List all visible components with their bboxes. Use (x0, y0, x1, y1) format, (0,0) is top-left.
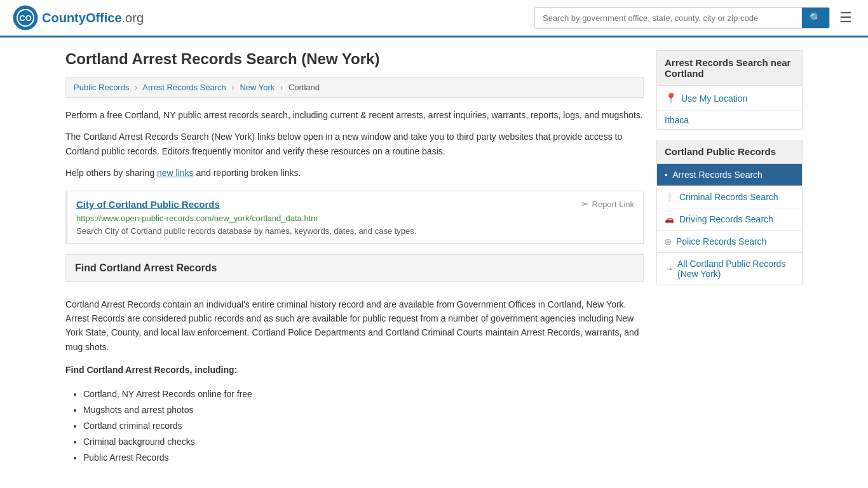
desc-para2: The Cortland Arrest Records Search (New … (65, 130, 644, 158)
record-card: City of Cortland Public Records ✂ Report… (65, 191, 644, 244)
desc-para3-before: Help others by sharing (65, 168, 157, 178)
report-link-label: Report Link (592, 200, 634, 209)
record-card-desc: Search City of Cortland public records d… (76, 226, 634, 236)
find-section-list-header: Find Cortland Arrest Records, including: (65, 363, 644, 377)
breadcrumb-sep3: › (280, 83, 283, 92)
sidebar-section2-title: Cortland Public Records (656, 140, 803, 164)
breadcrumb: Public Records › Arrest Records Search ›… (65, 77, 644, 98)
breadcrumb-new-york[interactable]: New York (240, 83, 275, 92)
svg-text:CO: CO (19, 13, 32, 23)
driving-records-icon: 🚗 (665, 215, 674, 224)
logo[interactable]: CO CountyOffice.org (13, 5, 144, 30)
desc-para3: Help others by sharing new links and rep… (65, 166, 644, 180)
scissors-icon: ✂ (581, 199, 589, 209)
sidebar: Arrest Records Search near Cortland 📍 Us… (656, 50, 803, 466)
logo-icon: CO (13, 5, 38, 30)
desc-para3-after: and reporting broken links. (194, 168, 301, 178)
arrest-records-icon: ▪ (665, 170, 667, 179)
sidebar-item-driving-label: Driving Records Search (679, 214, 773, 224)
logo-wordmark: CountyOffice.org (42, 11, 144, 25)
desc-para1: Perform a free Cortland, NY public arres… (65, 108, 644, 122)
content-area: Cortland Arrest Records Search (New York… (65, 50, 644, 466)
arrow-right-icon: → (665, 264, 674, 274)
breadcrumb-arrest-records[interactable]: Arrest Records Search (142, 83, 226, 92)
header-right: 🔍 ☰ (534, 6, 855, 29)
report-link-button[interactable]: ✂ Report Link (581, 199, 634, 209)
find-section-para: Cortland Arrest Records contain an indiv… (65, 297, 644, 355)
find-section-list: Cortland, NY Arrest Records online for f… (83, 386, 644, 466)
sidebar-item-police-label: Police Records Search (676, 236, 766, 247)
new-links-link[interactable]: new links (157, 168, 194, 178)
search-bar: 🔍 (534, 7, 830, 29)
breadcrumb-sep2: › (231, 83, 234, 92)
main-container: Cortland Arrest Records Search (New York… (53, 37, 815, 478)
sidebar-item-arrest-records[interactable]: ▪ Arrest Records Search (657, 164, 802, 186)
find-section-header: Find Cortland Arrest Records (65, 254, 644, 282)
breadcrumb-sep1: › (135, 83, 137, 92)
page-title: Cortland Arrest Records Search (New York… (65, 50, 644, 68)
record-card-title[interactable]: City of Cortland Public Records (76, 199, 220, 210)
sidebar-item-driving-records[interactable]: 🚗 Driving Records Search (657, 208, 802, 231)
header: CO CountyOffice.org 🔍 ☰ (0, 0, 868, 37)
logo-suffix: .org (122, 11, 144, 25)
criminal-records-icon: ❕ (665, 193, 674, 201)
sidebar-city-ithaca[interactable]: Ithaca (656, 111, 803, 130)
hamburger-menu-icon[interactable]: ☰ (836, 6, 855, 29)
logo-name: CountyOffice (42, 11, 122, 25)
sidebar-item-criminal-records[interactable]: ❕ Criminal Records Search (657, 186, 802, 208)
location-pin-icon: 📍 (665, 92, 677, 104)
find-section-title: Find Cortland Arrest Records (75, 262, 217, 273)
list-item: Cortland, NY Arrest Records online for f… (83, 386, 644, 402)
list-item: Mugshots and arrest photos (83, 402, 644, 418)
breadcrumb-cortland: Cortland (288, 83, 320, 92)
find-section-body: Cortland Arrest Records contain an indiv… (65, 290, 644, 466)
record-card-url[interactable]: https://www.open-public-records.com/new_… (76, 214, 634, 223)
list-item: Criminal background checks (83, 434, 644, 450)
sidebar-item-arrest-label: Arrest Records Search (672, 170, 763, 180)
search-input[interactable] (535, 9, 802, 27)
police-records-icon: ◎ (665, 237, 671, 246)
use-my-location-link[interactable]: 📍 Use My Location (665, 92, 794, 104)
list-item: Cortland criminal records (83, 418, 644, 434)
sidebar-item-police-records[interactable]: ◎ Police Records Search (657, 231, 802, 252)
sidebar-item-criminal-label: Criminal Records Search (679, 192, 778, 202)
sidebar-nav: ▪ Arrest Records Search ❕ Criminal Recor… (656, 164, 803, 253)
sidebar-all-link-label: All Cortland Public Records (New York) (677, 259, 794, 279)
sidebar-location: 📍 Use My Location (656, 86, 803, 111)
sidebar-all-public-records-link[interactable]: → All Cortland Public Records (New York) (656, 253, 803, 285)
search-button[interactable]: 🔍 (802, 8, 829, 28)
list-item: Public Arrest Records (83, 450, 644, 466)
breadcrumb-public-records[interactable]: Public Records (74, 83, 129, 92)
use-location-label: Use My Location (681, 93, 747, 104)
sidebar-section1-title: Arrest Records Search near Cortland (656, 50, 803, 86)
record-card-header: City of Cortland Public Records ✂ Report… (76, 199, 634, 210)
